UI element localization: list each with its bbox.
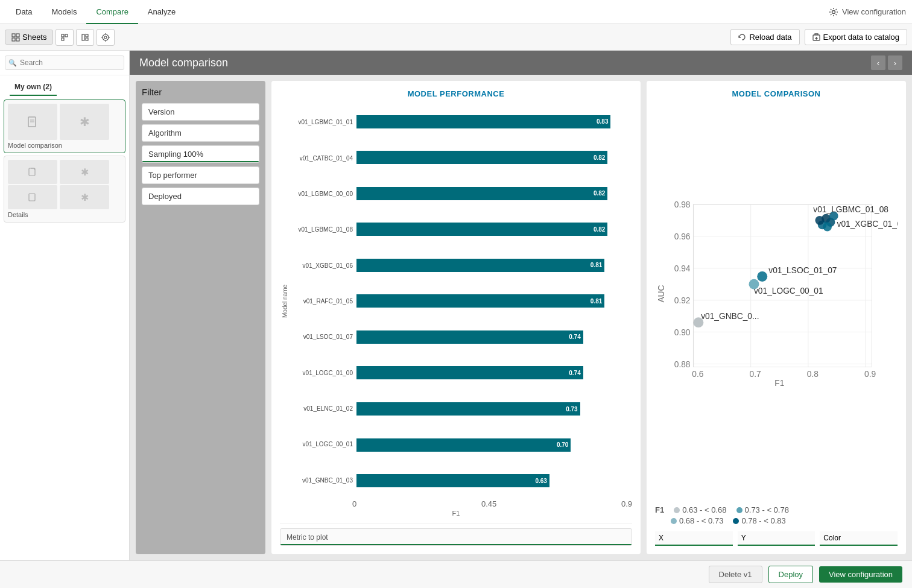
export-small-icon-2 bbox=[28, 192, 37, 202]
sheets-label: Sheets bbox=[22, 33, 46, 42]
filter-algorithm[interactable]: Algorithm bbox=[142, 124, 259, 142]
sheets-icon bbox=[11, 33, 20, 42]
next-arrow[interactable]: › bbox=[888, 55, 902, 70]
sidebar-card-model-comparison[interactable]: ✱ Model comparison bbox=[4, 100, 125, 153]
card-cell-2: ✱ bbox=[60, 104, 109, 140]
bar-row-0: 0.83 bbox=[356, 113, 632, 130]
card-cell-6: ✱ bbox=[60, 185, 109, 209]
delete-button[interactable]: Delete v1 bbox=[709, 566, 762, 583]
svg-text:0.9: 0.9 bbox=[864, 370, 876, 379]
legend-item-0: 0.63 - < 0.68 bbox=[674, 505, 726, 514]
page-title: Model comparison bbox=[139, 57, 228, 69]
search-input[interactable] bbox=[5, 55, 124, 70]
bar-value-5: 0.81 bbox=[591, 298, 602, 305]
svg-text:0.98: 0.98 bbox=[674, 200, 691, 209]
filter-sampling[interactable]: Sampling 100% bbox=[142, 145, 259, 163]
toolbar-btn-2[interactable] bbox=[76, 29, 94, 46]
target-icon bbox=[101, 33, 110, 42]
bar-label-7: v01_LOGC_01_00 bbox=[290, 370, 353, 376]
export-label: Export data to catalog bbox=[823, 33, 899, 42]
content-header: Model comparison ‹ › bbox=[130, 51, 912, 75]
legend-range-3: 0.78 - < 0.83 bbox=[741, 516, 785, 525]
filter-version[interactable]: Version bbox=[142, 103, 259, 121]
toolbar-btn-1[interactable] bbox=[55, 29, 74, 46]
filter-deployed[interactable]: Deployed bbox=[142, 188, 259, 205]
svg-rect-4 bbox=[16, 38, 19, 41]
svg-rect-9 bbox=[86, 34, 88, 37]
bar-label-9: v01_LOGC_00_01 bbox=[290, 441, 353, 447]
view-config-button[interactable]: View configuration bbox=[819, 566, 902, 583]
axis-inputs bbox=[655, 528, 898, 546]
card-cell-4: ✱ bbox=[60, 160, 109, 184]
tab-models[interactable]: Models bbox=[42, 0, 86, 24]
svg-text:0.96: 0.96 bbox=[674, 232, 691, 241]
metric-input-wrap[interactable]: Metric to plot bbox=[280, 528, 632, 546]
bar-value-4: 0.81 bbox=[591, 262, 602, 268]
legend-dot-1 bbox=[671, 518, 677, 524]
settings-icon bbox=[829, 7, 838, 17]
svg-text:0.6: 0.6 bbox=[692, 370, 703, 379]
legend-item-3: 0.78 - < 0.83 bbox=[733, 516, 785, 525]
perf-x-ticks: 0 0.45 0.9 bbox=[352, 498, 632, 508]
bar-row-5: 0.81 bbox=[356, 292, 632, 309]
svg-point-55 bbox=[757, 271, 767, 282]
performance-chart-panel: MODEL PERFORMANCE Model name v01_LGBMC_0… bbox=[271, 81, 641, 554]
card-cell-1 bbox=[8, 104, 57, 140]
svg-rect-10 bbox=[86, 38, 88, 40]
reload-label: Reload data bbox=[749, 33, 791, 42]
svg-text:0.90: 0.90 bbox=[674, 328, 691, 337]
bar-label-8: v01_ELNC_01_02 bbox=[290, 405, 353, 412]
bar-row-8: 0.73 bbox=[356, 400, 632, 417]
color-input[interactable] bbox=[820, 531, 898, 546]
toolbar: Sheets Reload data bbox=[0, 24, 912, 51]
sheets-button[interactable]: Sheets bbox=[5, 30, 53, 45]
bar-label-0: v01_LGBMC_01_01 bbox=[290, 119, 353, 125]
x-tick-2: 0.9 bbox=[621, 499, 632, 508]
export-button[interactable]: Export data to catalog bbox=[805, 29, 907, 45]
tab-data[interactable]: Data bbox=[6, 0, 42, 24]
bar-value-8: 0.73 bbox=[566, 406, 577, 413]
bar-row-4: 0.81 bbox=[356, 257, 632, 274]
legend-dot-3 bbox=[733, 518, 739, 524]
bar-row-6: 0.74 bbox=[356, 329, 632, 346]
legend-range-0: 0.63 - < 0.68 bbox=[682, 505, 726, 514]
tab-analyze[interactable]: Analyze bbox=[138, 0, 185, 24]
view-config-nav[interactable]: View configuration bbox=[829, 7, 906, 17]
perf-y-axis-title: Model name bbox=[280, 104, 290, 498]
color-input-wrap bbox=[820, 531, 898, 546]
svg-text:v01_XGBC_01_06: v01_XGBC_01_06 bbox=[837, 220, 898, 229]
legend-area: F1 0.63 - < 0.68 0.73 - < 0.78 bbox=[655, 503, 898, 528]
svg-point-12 bbox=[104, 36, 107, 39]
deploy-button[interactable]: Deploy bbox=[768, 566, 813, 583]
toolbar-btn-3[interactable] bbox=[97, 29, 115, 46]
svg-text:AUC: AUC bbox=[657, 285, 666, 302]
bar-label-4: v01_XGBC_01_06 bbox=[290, 262, 353, 269]
filter-top-performer[interactable]: Top performer bbox=[142, 166, 259, 184]
reload-button[interactable]: Reload data bbox=[730, 29, 799, 45]
prev-arrow[interactable]: ‹ bbox=[871, 55, 885, 70]
bar-value-2: 0.82 bbox=[594, 190, 605, 197]
svg-rect-6 bbox=[65, 34, 68, 37]
bar-value-1: 0.82 bbox=[594, 154, 605, 161]
svg-point-50 bbox=[823, 223, 832, 232]
reload-icon bbox=[738, 33, 746, 41]
svg-rect-23 bbox=[29, 194, 35, 201]
svg-rect-3 bbox=[12, 38, 15, 41]
bar-value-0: 0.83 bbox=[597, 118, 608, 125]
svg-point-11 bbox=[103, 34, 109, 40]
svg-text:0.88: 0.88 bbox=[674, 360, 691, 369]
bar-value-9: 0.70 bbox=[557, 441, 568, 448]
view-config-label: View configuration bbox=[842, 7, 906, 16]
sidebar-card-details[interactable]: ✱ ✱ Details bbox=[4, 156, 125, 223]
export-small-icon bbox=[28, 167, 37, 177]
x-axis-input[interactable] bbox=[655, 531, 733, 546]
document-icon bbox=[27, 116, 39, 128]
svg-rect-1 bbox=[12, 34, 15, 37]
metric-label: Metric to plot bbox=[287, 533, 328, 542]
tab-compare[interactable]: Compare bbox=[86, 0, 138, 24]
bar-label-3: v01_LGBMC_01_08 bbox=[290, 226, 353, 233]
y-axis-input[interactable] bbox=[738, 531, 815, 546]
x-input-wrap bbox=[655, 531, 733, 546]
filter-panel: Filter Version Algorithm Sampling 100% T… bbox=[136, 81, 265, 554]
svg-rect-2 bbox=[16, 34, 19, 37]
